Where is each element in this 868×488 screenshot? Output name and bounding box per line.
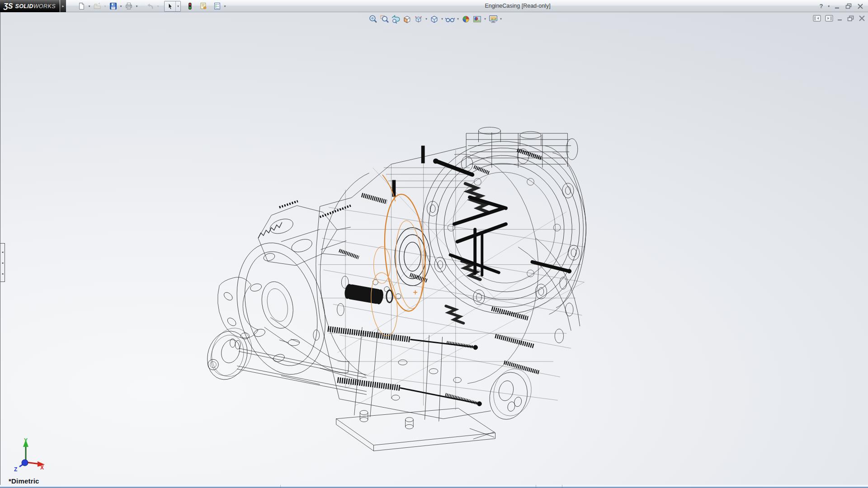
minimize-document-button[interactable] [837,15,843,21]
rebuild-button[interactable] [184,1,195,12]
heads-up-view-toolbar: ▾ ▾ ▾ [368,14,503,24]
previous-view-icon [391,14,401,24]
undo-icon [146,2,154,10]
view-settings-monitor-icon [488,14,498,24]
edit-appearance-button[interactable] [460,14,472,24]
help-button[interactable]: ? [820,3,823,9]
engine-casing-wireframe-model[interactable] [0,12,868,485]
flyout-arrow-icon: ▸ [62,4,64,8]
display-style-button[interactable] [429,14,440,24]
hide-show-items-dropdown[interactable]: ▾ [456,14,460,24]
new-document-dropdown[interactable]: ▾ [87,1,92,12]
open-folder-icon [93,2,101,10]
view-settings-button[interactable] [487,14,499,24]
hide-show-items-glasses-icon [445,14,455,24]
new-document-icon [78,2,85,10]
zoom-to-fit-button[interactable] [368,14,379,24]
menu-flyout-arrow[interactable]: ▸ [60,0,66,12]
pane-arrow-icon: ◂ [2,261,4,264]
feature-pane-collapsed-tab[interactable]: ◂ ◂ ◂ [0,243,5,282]
apply-scene-icon [472,14,482,24]
options-button[interactable] [212,1,222,12]
select-tool-dropdown[interactable]: ▾ [175,1,180,11]
new-document-button[interactable] [76,1,87,12]
previous-view-button[interactable] [390,14,401,24]
view-orientation-dropdown[interactable]: ▾ [424,14,429,24]
help-dropdown[interactable]: ▾ [828,1,830,12]
standard-toolbar: ▾ ▾ ▾ [76,0,227,12]
options-checklist-icon [213,2,221,10]
edit-appearance-sphere-icon [461,14,471,24]
close-window-button[interactable] [857,4,863,9]
undo-button[interactable] [145,1,156,12]
select-tool-group: ▾ [164,1,181,12]
brand-name-bold: SOLID [15,3,33,9]
undo-dropdown[interactable]: ▾ [156,1,160,12]
zoom-to-area-button[interactable] [379,14,390,24]
display-style-icon [429,14,439,24]
triad-x-label: X [40,465,44,471]
dark-fasteners[interactable] [392,145,571,323]
minimize-window-button[interactable] [835,4,840,9]
select-tool-button[interactable] [165,1,175,12]
print-icon [125,2,133,10]
hide-show-items-button[interactable] [444,14,456,24]
graphics-viewport[interactable]: ▾ ▾ ▾ [0,12,868,485]
open-dropdown[interactable]: ▾ [103,1,108,12]
triad-y-label: Y [24,437,28,444]
selection-highlight[interactable] [368,175,429,337]
zoom-to-fit-icon [368,14,378,24]
apply-scene-button[interactable] [472,14,483,24]
bottom-edge-strip [0,485,868,488]
document-window-controls [813,15,865,22]
select-cursor-icon [167,3,174,10]
view-orientation-icon [414,14,423,24]
brand-mark: ƷS [4,2,13,10]
apply-scene-dropdown[interactable]: ▾ [483,14,487,24]
springs-and-rods[interactable] [279,150,542,406]
section-view-icon [402,14,412,24]
zoom-to-area-icon [380,14,389,24]
save-button[interactable] [108,1,118,12]
solidworks-logo: ƷS SOLID WORKS [0,0,60,12]
open-button[interactable] [92,1,103,12]
save-dropdown[interactable]: ▾ [118,1,123,12]
close-document-button[interactable] [859,15,865,21]
triad-z-label: Z [14,466,17,473]
file-properties-button[interactable] [198,1,209,12]
view-orientation-label: *Dimetric [9,477,39,485]
pane-arrow-icon: ◂ [2,272,4,275]
brand-name-light: WORKS [33,3,56,9]
file-properties-icon [199,2,208,10]
restore-window-button[interactable] [845,3,852,9]
print-dropdown[interactable]: ▾ [134,1,139,12]
view-settings-dropdown[interactable]: ▾ [499,14,503,24]
options-dropdown[interactable]: ▾ [222,1,227,12]
print-button[interactable] [123,1,134,12]
black-cylinder-part[interactable] [344,283,384,305]
reference-triad: Y X Z [8,437,46,475]
solidworks-window: ƷS SOLID WORKS ▸ EngineCasing [Read-only… [0,0,868,488]
pane-arrow-icon: ◂ [2,250,4,253]
restore-document-button[interactable] [847,15,854,22]
view-orientation-button[interactable] [413,14,424,24]
feature-pane-toggle-left-icon[interactable] [813,15,821,22]
section-view-button[interactable] [401,14,413,24]
rebuild-traffic-light-icon [187,2,193,10]
feature-pane-toggle-right-icon[interactable] [825,15,833,22]
titlebar-controls: ? ▾ [820,0,863,12]
display-style-dropdown[interactable]: ▾ [440,14,444,24]
window-title: EngineCasing [Read-only] [167,0,868,12]
save-icon [109,2,117,10]
title-bar: ƷS SOLID WORKS ▸ EngineCasing [Read-only… [0,0,868,12]
